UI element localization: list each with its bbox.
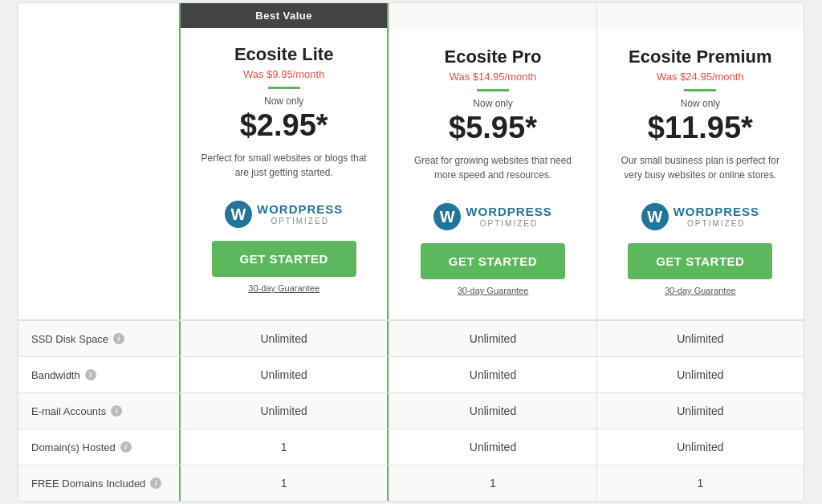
feature-label-bandwidth: Bandwidth i xyxy=(18,357,179,392)
plan-premium: Ecosite Premium Was $24.95/month Now onl… xyxy=(596,3,804,319)
feature-value-ssd-premium: Unlimited xyxy=(596,321,804,356)
feature-value-bandwidth-lite: Unlimited xyxy=(179,357,389,392)
feature-row-ssd: SSD Disk Space i Unlimited Unlimited Unl… xyxy=(18,320,804,356)
feature-label-text-domains: Domain(s) Hosted xyxy=(31,441,116,453)
feature-value-email-lite: Unlimited xyxy=(179,393,389,429)
feature-value-ssd-pro: Unlimited xyxy=(389,321,596,356)
feature-value-domains-lite: 1 xyxy=(179,429,389,465)
pricing-table: Best Value Ecosite Lite Was $9.95/month … xyxy=(18,2,804,502)
feature-label-text-email: E-mail Accounts xyxy=(31,405,106,417)
plan-lite-name: Ecosite Lite xyxy=(193,44,374,65)
plan-premium-now-only: Now only xyxy=(610,98,791,109)
wp-text: WORDPRESS Optimized xyxy=(673,205,759,228)
info-icon-free-domains[interactable]: i xyxy=(150,478,161,489)
plan-premium-name: Ecosite Premium xyxy=(610,47,791,67)
wp-sub: Optimized xyxy=(673,219,759,228)
info-icon-bandwidth[interactable]: i xyxy=(85,369,96,380)
get-started-lite-button[interactable]: GET STARTED xyxy=(212,241,356,277)
feature-value-domains-premium: Unlimited xyxy=(596,429,804,465)
wp-name: WORDPRESS xyxy=(466,205,551,219)
plan-lite-header: Ecosite Lite Was $9.95/month Now only $2… xyxy=(181,28,387,317)
get-started-pro-button[interactable]: GET STARTED xyxy=(421,243,565,279)
plan-lite: Best Value Ecosite Lite Was $9.95/month … xyxy=(179,3,389,319)
info-icon-ssd[interactable]: i xyxy=(113,333,124,344)
plan-lite-now-only: Now only xyxy=(193,96,374,107)
feature-label-email: E-mail Accounts i xyxy=(18,393,179,429)
feature-row-bandwidth: Bandwidth i Unlimited Unlimited Unlimite… xyxy=(18,356,804,392)
feature-label-text-free-domains: FREE Domains Included xyxy=(31,478,145,490)
plan-lite-was-price: Was $9.95/month xyxy=(193,68,374,80)
plan-pro-now-only: Now only xyxy=(402,98,583,109)
feature-value-domains-pro: Unlimited xyxy=(389,429,596,465)
guarantee-lite-link[interactable]: 30-day Guarantee xyxy=(193,283,374,293)
plan-premium-description: Our small business plan is perfect for v… xyxy=(610,153,791,192)
wp-sub: Optimized xyxy=(466,219,551,228)
feature-col-header xyxy=(18,3,179,319)
guarantee-premium-link[interactable]: 30-day Guarantee xyxy=(610,286,791,295)
get-started-premium-button[interactable]: GET STARTED xyxy=(628,243,772,279)
plan-premium-price: $11.95* xyxy=(610,111,791,145)
feature-value-email-pro: Unlimited xyxy=(389,393,596,429)
plan-lite-divider xyxy=(268,87,300,89)
plan-pro-was-price: Was $14.95/month xyxy=(402,71,583,83)
feature-value-bandwidth-pro: Unlimited xyxy=(389,357,596,392)
feature-label-free-domains: FREE Domains Included i xyxy=(18,465,179,501)
feature-value-bandwidth-premium: Unlimited xyxy=(596,357,804,392)
feature-label-domains: Domain(s) Hosted i xyxy=(18,429,179,465)
plan-premium-divider xyxy=(684,89,716,91)
info-icon-domains[interactable]: i xyxy=(120,441,132,453)
plan-pro-price: $5.95* xyxy=(402,111,583,145)
feature-row-free-domains: FREE Domains Included i 1 1 1 xyxy=(18,465,804,501)
plan-premium-spacer xyxy=(597,3,804,30)
wp-name: WORDPRESS xyxy=(257,203,343,217)
best-value-badge: Best Value xyxy=(181,3,387,28)
feature-value-ssd-lite: Unlimited xyxy=(179,321,389,356)
plans-header-row: Best Value Ecosite Lite Was $9.95/month … xyxy=(18,3,804,320)
feature-label-ssd: SSD Disk Space i xyxy=(18,321,179,356)
wp-sub: Optimized xyxy=(257,217,343,226)
plan-premium-was-price: Was $24.95/month xyxy=(610,71,791,83)
feature-value-free-domains-premium: 1 xyxy=(596,465,804,501)
features-section: SSD Disk Space i Unlimited Unlimited Unl… xyxy=(18,320,804,501)
plan-premium-wp-logo: W WORDPRESS Optimized xyxy=(610,203,791,230)
feature-row-email: E-mail Accounts i Unlimited Unlimited Un… xyxy=(18,392,804,429)
wp-icon: W xyxy=(433,203,461,230)
feature-row-domains: Domain(s) Hosted i 1 Unlimited Unlimited xyxy=(18,429,804,465)
wp-icon: W xyxy=(641,203,669,230)
plan-pro-spacer xyxy=(389,3,596,30)
wp-text: WORDPRESS Optimized xyxy=(466,205,551,228)
feature-label-text-ssd: SSD Disk Space xyxy=(31,333,108,345)
plan-premium-header: Ecosite Premium Was $24.95/month Now onl… xyxy=(597,30,804,319)
guarantee-pro-link[interactable]: 30-day Guarantee xyxy=(402,286,583,295)
plan-pro: Ecosite Pro Was $14.95/month Now only $5… xyxy=(389,3,596,319)
plan-pro-header: Ecosite Pro Was $14.95/month Now only $5… xyxy=(389,30,596,319)
plan-lite-price: $2.95* xyxy=(193,108,374,143)
plan-pro-wp-logo: W WORDPRESS Optimized xyxy=(402,203,583,230)
plan-pro-name: Ecosite Pro xyxy=(402,47,583,67)
wp-icon: W xyxy=(225,201,252,228)
feature-value-email-premium: Unlimited xyxy=(596,393,804,429)
wp-text: WORDPRESS Optimized xyxy=(257,203,343,226)
feature-value-free-domains-pro: 1 xyxy=(389,465,596,501)
plan-lite-description: Perfect for small websites or blogs that… xyxy=(193,151,374,189)
info-icon-email[interactable]: i xyxy=(111,405,122,417)
plan-lite-wp-logo: W WORDPRESS Optimized xyxy=(193,201,374,228)
feature-value-free-domains-lite: 1 xyxy=(179,465,389,501)
plan-pro-description: Great for growing websites that need mor… xyxy=(402,153,583,192)
plan-pro-divider xyxy=(477,89,509,91)
feature-label-text-bandwidth: Bandwidth xyxy=(31,369,80,381)
wp-name: WORDPRESS xyxy=(673,205,759,219)
